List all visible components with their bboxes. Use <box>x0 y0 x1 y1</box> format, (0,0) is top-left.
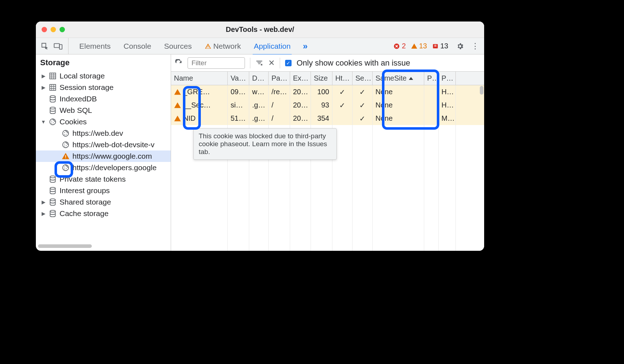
table-header: NameVa…D…Pa…Ex…SizeHt…Se…SameSiteP…P… <box>171 72 484 85</box>
table-body: _GRE…09…w…/re…20…100✓✓NoneH…__Sec…si….g…… <box>171 85 484 125</box>
tree-item[interactable]: Interest groups <box>36 185 171 196</box>
check-icon: ✓ <box>339 101 345 110</box>
cookie-icon <box>62 129 70 137</box>
tree-item[interactable]: ▼Cookies <box>36 116 171 128</box>
settings-icon[interactable] <box>454 42 466 50</box>
tab-network[interactable]: Network <box>204 39 242 53</box>
storage-tree[interactable]: ▶Local storage▶Session storageIndexedDBW… <box>36 70 171 242</box>
svg-point-26 <box>50 199 56 201</box>
cell-secure: ✓ <box>353 85 373 99</box>
cell-priority: H… <box>439 99 456 112</box>
column-priority[interactable]: P… <box>439 72 456 85</box>
tree-item[interactable]: https://developers.google <box>36 162 171 173</box>
delete-icon[interactable]: ✕ <box>268 58 275 68</box>
db-icon <box>49 187 57 195</box>
tab-label: Network <box>213 42 241 51</box>
refresh-icon[interactable] <box>175 59 183 67</box>
tree-item-label: https://web-dot-devsite-v <box>72 140 155 149</box>
tree-item[interactable]: ▶Local storage <box>36 70 171 82</box>
cell-name: NID <box>171 112 228 125</box>
tree-item[interactable]: ▶Session storage <box>36 82 171 93</box>
device-toolbar-icon[interactable] <box>54 42 62 50</box>
tree-item-label: IndexedDB <box>60 95 97 103</box>
column-secure[interactable]: Se… <box>353 72 373 85</box>
table-row[interactable]: NID51….g…/20…354✓NoneM… <box>171 112 484 125</box>
vertical-scrollbar[interactable] <box>480 86 483 95</box>
svg-point-25 <box>50 187 56 190</box>
cell-size: 100 <box>311 85 332 99</box>
cell-samesite: None <box>373 99 424 112</box>
devtools-window: DevTools - web.dev/ Elements Console Sou… <box>36 21 484 251</box>
issue-icon <box>432 43 439 49</box>
error-icon <box>393 43 400 49</box>
tab-elements[interactable]: Elements <box>79 39 112 53</box>
panel-tabs: Elements Console Sources Network Applica… <box>79 39 391 53</box>
warning-counter[interactable]: 13 <box>411 42 427 50</box>
column-samesite[interactable]: SameSite <box>373 72 424 85</box>
cell-path: / <box>269 99 290 112</box>
column-name[interactable]: Name <box>171 72 228 85</box>
inspect-element-icon[interactable] <box>41 42 49 50</box>
more-options-icon[interactable]: ⋮ <box>469 42 481 51</box>
tree-item[interactable]: Private state tokens <box>36 173 171 185</box>
titlebar[interactable]: DevTools - web.dev/ <box>36 21 484 38</box>
only-issues-label: Only show cookies with an issue <box>297 58 410 68</box>
check-icon: ✓ <box>359 114 365 123</box>
tree-item-label: Shared storage <box>60 198 111 206</box>
cell-value: 09… <box>228 85 249 99</box>
cell-priority: M… <box>439 112 456 125</box>
sidebar: Storage ▶Local storage▶Session storageIn… <box>36 54 171 251</box>
tree-item[interactable]: IndexedDB <box>36 93 171 105</box>
cookie-blocked-tooltip: This cookie was blocked due to third-par… <box>193 128 337 160</box>
tab-sources[interactable]: Sources <box>164 39 193 53</box>
cell-path: /re… <box>269 85 290 99</box>
column-domain[interactable]: D… <box>249 72 269 85</box>
content-area: Storage ▶Local storage▶Session storageIn… <box>36 54 484 251</box>
error-counter[interactable]: 2 <box>393 42 406 50</box>
tab-application[interactable]: Application <box>253 39 292 53</box>
window-title: DevTools - web.dev/ <box>36 25 484 34</box>
clear-filter-icon[interactable] <box>255 59 263 67</box>
devtools-toolbar: Elements Console Sources Network Applica… <box>36 38 484 54</box>
caret-icon: ▶ <box>41 85 46 90</box>
svg-point-18 <box>66 145 67 146</box>
check-icon: ✓ <box>359 88 365 96</box>
main-panel: ✕ ✓ Only show cookies with an issue Name… <box>171 54 484 251</box>
db-icon <box>49 210 57 217</box>
cell-value: si… <box>228 99 249 112</box>
tree-item[interactable]: https://www.google.com <box>36 150 171 162</box>
table-row[interactable]: __Sec…si….g…/20…93✓✓NoneH… <box>171 99 484 112</box>
issues-counter[interactable]: 13 <box>432 42 448 50</box>
tree-item[interactable]: https://web-dot-devsite-v <box>36 139 171 150</box>
column-http[interactable]: Ht… <box>332 72 353 85</box>
column-size[interactable]: Size <box>311 72 332 85</box>
tree-item[interactable]: Web SQL <box>36 105 171 116</box>
tab-console[interactable]: Console <box>123 39 152 53</box>
more-tabs-button[interactable]: » <box>303 41 307 51</box>
tree-item-label: Cookies <box>60 118 87 126</box>
tree-item[interactable]: ▶Cache storage <box>36 208 171 219</box>
column-partition[interactable]: P… <box>424 72 439 85</box>
column-path[interactable]: Pa… <box>269 72 290 85</box>
svg-rect-1 <box>60 44 62 49</box>
cell-name: _GRE… <box>171 85 228 99</box>
tree-item[interactable]: ▶Shared storage <box>36 196 171 208</box>
column-expires[interactable]: Ex… <box>290 72 311 85</box>
sidebar-horizontal-scrollbar[interactable] <box>38 244 169 248</box>
db-icon <box>49 175 57 183</box>
warning-icon <box>411 43 417 49</box>
table-row[interactable]: _GRE…09…w…/re…20…100✓✓NoneH… <box>171 85 484 99</box>
sidebar-section-header: Storage <box>36 54 171 70</box>
svg-point-21 <box>64 167 65 167</box>
svg-point-14 <box>66 134 67 135</box>
only-issues-checkbox[interactable]: ✓ <box>285 60 292 66</box>
cell-secure: ✓ <box>353 112 373 125</box>
cell-domain: .g… <box>249 112 269 125</box>
tree-item-label: Cache storage <box>60 209 109 218</box>
tree-item[interactable]: https://web.dev <box>36 128 171 139</box>
grid-icon <box>49 72 57 80</box>
filter-input[interactable] <box>188 57 245 69</box>
caret-icon: ▶ <box>41 199 46 205</box>
svg-point-24 <box>50 176 56 178</box>
column-value[interactable]: Va… <box>228 72 249 85</box>
